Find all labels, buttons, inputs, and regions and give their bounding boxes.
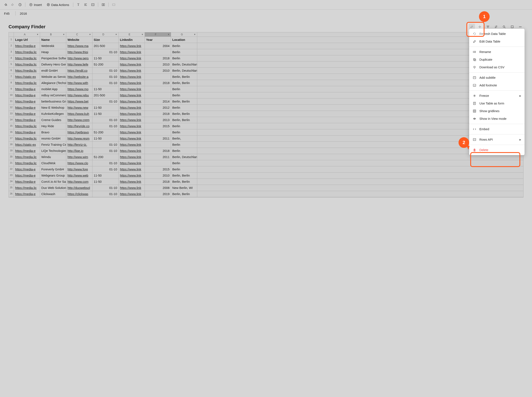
cell-year[interactable]	[145, 49, 171, 55]
cell-location[interactable]: Berlin, Berlin	[171, 111, 197, 117]
cell-logo-url[interactable]: https://media.lic	[14, 154, 40, 160]
cell-size[interactable]: 201-500	[92, 43, 119, 49]
cell-year[interactable]	[145, 92, 171, 98]
row-number[interactable]: 13	[9, 111, 14, 117]
cell-linkedin[interactable]: https://www.link	[119, 129, 145, 135]
header-cell[interactable]: Year	[145, 37, 171, 43]
cell-linkedin[interactable]: https://www.link	[119, 99, 145, 105]
cell-size[interactable]: 01-10	[92, 80, 119, 86]
cell-name[interactable]: Wimdu	[40, 154, 66, 160]
cell-logo-url[interactable]: https://media-e	[14, 92, 40, 98]
cell-name[interactable]: reBuy reCommerce	[40, 92, 66, 98]
cell-logo-url[interactable]: https://media-e	[14, 43, 40, 49]
row-number[interactable]: 24	[9, 179, 14, 185]
cell-logo-url[interactable]: https://media.lic	[14, 68, 40, 74]
column-header-e[interactable]: E▼	[119, 32, 145, 37]
cell-website[interactable]: https://www.kuh	[66, 111, 92, 117]
cell-year[interactable]: 2011	[145, 154, 171, 160]
menu-download[interactable]: Download as CSV	[469, 63, 525, 71]
cell-logo-url[interactable]: https://media.lic	[14, 55, 40, 61]
cell-website[interactable]: https://www.mo	[66, 86, 92, 92]
cell-linkedin[interactable]: https://www.link	[119, 92, 145, 98]
cell-website[interactable]: http://www.wim	[66, 154, 92, 160]
row-number[interactable]: 18	[9, 142, 14, 148]
cell-location[interactable]: Berlin	[171, 166, 197, 172]
text-format-button[interactable]: T	[75, 2, 81, 8]
cell-website[interactable]: http://www.with	[66, 80, 92, 86]
cell-logo-url[interactable]: https://media-e	[14, 86, 40, 92]
row-number[interactable]: 7	[9, 74, 14, 80]
cell-location[interactable]: Berlin, Deutschlan	[171, 154, 197, 160]
cell-size[interactable]: 51-200	[92, 62, 119, 68]
row-number[interactable]: 2	[9, 43, 14, 49]
layout-button[interactable]	[100, 2, 106, 8]
row-number[interactable]: 23	[9, 173, 14, 179]
row-number[interactable]: 4	[9, 55, 14, 61]
cell-linkedin[interactable]: https://www.link	[119, 86, 145, 92]
cell-year[interactable]	[145, 74, 171, 80]
row-number[interactable]: 22	[9, 166, 14, 172]
cell-year[interactable]: 2018	[145, 111, 171, 117]
cell-year[interactable]: 2008	[145, 185, 171, 191]
menu-duplicate[interactable]: Duplicate	[469, 56, 525, 63]
cell-website[interactable]: https://www.ma	[66, 43, 92, 49]
cell-website[interactable]: http://www.crem	[66, 117, 92, 123]
align-button[interactable]	[83, 2, 89, 8]
cell-year[interactable]: 2004	[145, 43, 171, 49]
menu-viewmode[interactable]: Show in View mode	[469, 115, 525, 123]
cell-linkedin[interactable]: https://www.link	[119, 185, 145, 191]
header-cell[interactable]: Website	[66, 37, 92, 43]
cell-size[interactable]: 11-50	[92, 173, 119, 179]
cell-reference[interactable]: F45	[3, 12, 11, 15]
row-number[interactable]: 15	[9, 123, 14, 129]
cell-year[interactable]	[145, 142, 171, 148]
cell-name[interactable]: betterbusiness Gn	[40, 99, 66, 105]
cell-website[interactable]: http://www.liefe	[66, 62, 92, 68]
cell-linkedin[interactable]: https://www.link	[119, 123, 145, 129]
cell-linkedin[interactable]: https://www.link	[119, 154, 145, 160]
cell-logo-url[interactable]: https://media-e	[14, 111, 40, 117]
cell-name[interactable]: Creme Guides	[40, 117, 66, 123]
cell-name[interactable]: ComX.io AI for Sal	[40, 179, 66, 185]
cell-location[interactable]: Berlin, Berlin	[171, 191, 197, 197]
cell-location[interactable]: Berlin	[171, 142, 197, 148]
cell-website[interactable]: http://www.fore	[66, 166, 92, 172]
cell-year[interactable]: 2014	[145, 99, 171, 105]
column-header-f[interactable]: F▼	[145, 32, 171, 37]
merge-button[interactable]	[111, 2, 117, 8]
row-number[interactable]: 21	[9, 160, 14, 166]
cell-size[interactable]: 01-10	[92, 49, 119, 55]
cell-year[interactable]: 2010	[145, 68, 171, 74]
cell-size[interactable]: 11-50	[92, 86, 119, 92]
data-grid[interactable]: A▼ B▼ C▼ D▼ E▼ F▼ G▼ 1 Logo Url Name Web…	[8, 32, 524, 198]
cell-name[interactable]: Clickwash	[40, 191, 66, 197]
insert-button[interactable]: Insert	[27, 2, 44, 8]
cell-size[interactable]: 11-50	[92, 136, 119, 142]
cell-logo-url[interactable]: https://media-e	[14, 99, 40, 105]
cell-linkedin[interactable]: https://www.link	[119, 105, 145, 111]
cell-linkedin[interactable]: https://www.link	[119, 142, 145, 148]
row-number[interactable]: 11	[9, 99, 14, 105]
cell-location[interactable]: Berlin	[171, 92, 197, 98]
column-header-d[interactable]: D▼	[92, 32, 119, 37]
row-number[interactable]: 17	[9, 136, 14, 142]
cell-location[interactable]: Berlin, Deutschlan	[171, 68, 197, 74]
column-header-c[interactable]: C▼	[66, 32, 92, 37]
cell-name[interactable]: Duo Web Solutions	[40, 185, 66, 191]
cell-location[interactable]: Berlin, Berlin	[171, 99, 197, 105]
header-cell[interactable]: Linkedin	[119, 37, 145, 43]
cell-linkedin[interactable]: https://www.link	[119, 136, 145, 142]
cell-size[interactable]: 01-10	[92, 99, 119, 105]
cell-website[interactable]: http://www.thisi	[66, 49, 92, 55]
cell-name[interactable]: resmio GmbH	[40, 136, 66, 142]
cell-year[interactable]: 2015	[145, 123, 171, 129]
header-cell[interactable]: Size	[92, 37, 119, 43]
cell-name[interactable]: Website as Service	[40, 74, 66, 80]
menu-refresh[interactable]: Refresh Data Table	[469, 30, 525, 38]
cell-size[interactable]: 201-500	[92, 92, 119, 98]
cell-name[interactable]: Webtrekk	[40, 43, 66, 49]
cell-linkedin[interactable]: https://www.link	[119, 74, 145, 80]
cell-size[interactable]: 11-50	[92, 179, 119, 185]
menu-subtitle[interactable]: Add subtitle	[469, 74, 525, 81]
cell-logo-url[interactable]: https://static-ex	[14, 142, 40, 148]
